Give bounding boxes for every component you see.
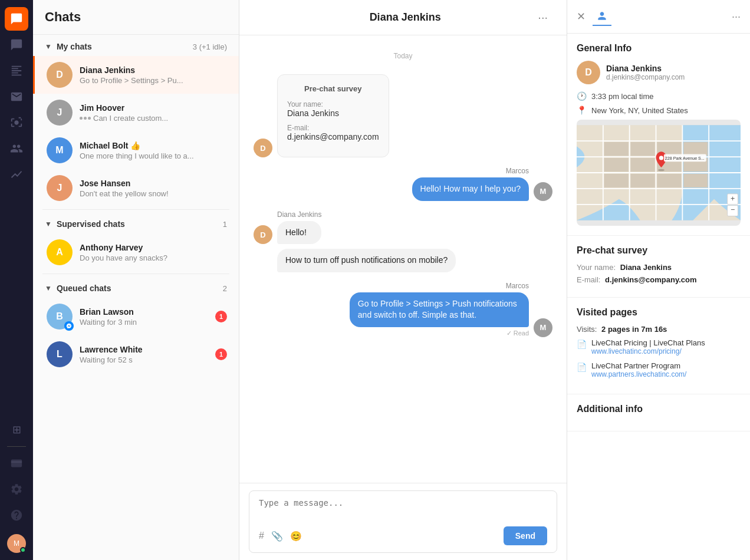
general-info-user: D Diana Jenkins d.jenkins@company.com	[577, 61, 741, 84]
chat-more-button[interactable]: ···	[533, 8, 552, 27]
nav-apps-grid-icon[interactable]: ⊞	[5, 418, 28, 442]
page-item-1: 📄 LiveChat Pricing | LiveChat Plans www.…	[577, 338, 741, 355]
nav-messages-icon[interactable]	[5, 33, 28, 57]
agent-marcos-avatar-2: M	[534, 318, 552, 337]
svg-rect-13	[604, 142, 629, 156]
online-status-dot	[20, 547, 26, 553]
local-time: 3:33 pm local time	[591, 92, 654, 101]
details-user-identity: Diana Jenkins d.jenkins@company.com	[606, 64, 685, 81]
visits-count: Visits: 2 pages in 7m 16s	[577, 325, 741, 334]
chat-input-area: # 📎 😊 Send	[239, 483, 567, 560]
svg-rect-1	[11, 461, 22, 463]
message-agent-hello: M Marcos Hello! How may I help you?	[254, 167, 552, 201]
agent-marcos-avatar-1: M	[534, 182, 552, 201]
send-button[interactable]: Send	[504, 526, 547, 545]
svg-rect-14	[604, 158, 629, 172]
nav-inbox-icon[interactable]	[5, 85, 28, 108]
page-title-2: LiveChat Partner Program	[591, 361, 686, 370]
jim-name: Jim Hoover	[80, 103, 227, 113]
user-avatar[interactable]: M	[7, 534, 26, 553]
svg-text:228 Park Avenue S...: 228 Park Avenue S...	[665, 156, 705, 161]
visited-pages-title: Visited pages	[577, 307, 741, 318]
message-input[interactable]	[259, 498, 547, 522]
user-hello-bubble: Hello!	[277, 221, 321, 245]
chat-item-lawrence[interactable]: L Lawrence White Waiting for 52 s 1	[33, 335, 239, 373]
chat-item-diana[interactable]: D Diana Jenkins Go to Profile > Settings…	[33, 56, 239, 94]
survey-name-row: Your name: Diana Jenkins	[577, 263, 741, 272]
hashtag-icon[interactable]: #	[259, 531, 264, 542]
chats-title: Chats	[45, 9, 81, 24]
divider-1	[42, 209, 229, 210]
page-icon-1: 📄	[577, 340, 587, 349]
location-row: 📍 New York, NY, United States	[577, 106, 741, 115]
nav-billing-icon[interactable]	[5, 452, 28, 475]
page-icon-2: 📄	[577, 363, 587, 372]
map-container[interactable]: 228 Park Avenue S... + −	[577, 120, 741, 226]
chat-messages: Today D Pre-chat survey Your name: Diana…	[239, 35, 567, 483]
user-hello-content: Diana Jenkins Hello!	[277, 210, 321, 245]
location-text: New York, NY, United States	[591, 106, 688, 115]
diana-name: Diana Jenkins	[80, 65, 227, 75]
chat-item-jose[interactable]: J Jose Hansen Don't eat the yellow snow!	[33, 169, 239, 207]
diana-info: Diana Jenkins Go to Profile > Settings >…	[80, 65, 227, 85]
user-notifications-content: How to turn off push notifications on mo…	[277, 249, 456, 272]
message-user-notifications: How to turn off push notifications on mo…	[254, 249, 552, 272]
agent-instructions-content: Marcos Go to Profile > Settings > Push n…	[350, 282, 529, 337]
agent-name-2: Marcos	[350, 282, 529, 290]
details-user-name: Diana Jenkins	[606, 64, 685, 73]
additional-info-section: Additional info	[567, 394, 750, 431]
queued-chats-section-header[interactable]: ▼ Queued chats 2	[33, 276, 239, 298]
svg-rect-22	[630, 174, 654, 187]
nav-team-icon[interactable]	[5, 137, 28, 160]
page-url-2[interactable]: www.partners.livechatinc.com/	[591, 370, 686, 378]
brian-preview: Waiting for 3 min	[80, 318, 215, 327]
page-url-1[interactable]: www.livechatinc.com/pricing/	[591, 347, 705, 355]
close-icon[interactable]: ✕	[577, 10, 585, 23]
supervised-chats-label: Supervised chats	[57, 219, 223, 229]
diana-avatar-msg: D	[254, 225, 272, 244]
message-survey: D Pre-chat survey Your name: Diana Jenki…	[254, 74, 552, 157]
details-more-button[interactable]: ···	[732, 11, 741, 23]
nav-reports-icon[interactable]	[5, 59, 28, 83]
anthony-avatar: A	[47, 239, 73, 265]
date-divider: Today	[254, 52, 552, 60]
lawrence-preview: Waiting for 52 s	[80, 355, 215, 364]
brian-badge: 1	[215, 311, 227, 322]
nav-integrations-icon[interactable]	[5, 111, 28, 134]
svg-text:−: −	[731, 206, 735, 214]
messenger-badge	[64, 321, 74, 331]
brian-info: Brian Lawson Waiting for 3 min	[80, 307, 215, 327]
nav-settings-icon[interactable]	[5, 477, 28, 501]
chat-item-anthony[interactable]: A Anthony Harvey Do you have any snacks?	[33, 233, 239, 271]
divider-2	[42, 274, 229, 274]
input-tools: # 📎 😊	[259, 531, 302, 542]
nav-analytics-icon[interactable]	[5, 163, 28, 186]
michael-info: Michael Bolt 👍 One more thing I would li…	[80, 141, 227, 160]
person-tab-icon[interactable]	[593, 7, 611, 26]
my-chats-section-header[interactable]: ▼ My chats 3 (+1 idle)	[33, 35, 239, 56]
anthony-info: Anthony Harvey Do you have any snacks?	[80, 243, 227, 262]
user-messages-group: D Diana Jenkins Hello! How to turn off p…	[254, 210, 552, 272]
brian-name: Brian Lawson	[80, 307, 215, 317]
my-chats-chevron: ▼	[45, 42, 52, 51]
lawrence-info: Lawrence White Waiting for 52 s	[80, 345, 215, 364]
pre-chat-survey-bubble: Pre-chat survey Your name: Diana Jenkins…	[277, 74, 389, 157]
attachment-icon[interactable]: 📎	[271, 531, 283, 542]
agent-hello-content: Marcos Hello! How may I help you?	[412, 167, 529, 201]
nav-help-icon[interactable]	[5, 503, 28, 527]
my-chats-count: 3 (+1 idle)	[193, 42, 227, 51]
chat-item-jim[interactable]: J Jim Hoover Can I create custom...	[33, 94, 239, 131]
emoji-icon[interactable]: 😊	[290, 531, 302, 542]
page-title-1: LiveChat Pricing | LiveChat Plans	[591, 338, 705, 347]
chat-item-brian[interactable]: B Brian Lawson Waiting for 3 min 1	[33, 298, 239, 335]
anthony-name: Anthony Harvey	[80, 243, 227, 252]
chat-list-panel: Chats ▼ My chats 3 (+1 idle) D Diana Jen…	[33, 0, 239, 560]
svg-rect-24	[683, 174, 708, 187]
jose-name: Jose Hansen	[80, 179, 227, 188]
survey-email-field: E-mail: d.jenkins@company.com	[287, 124, 379, 141]
chat-item-michael[interactable]: M Michael Bolt 👍 One more thing I would …	[33, 131, 239, 169]
visited-pages-section: Visited pages Visits: 2 pages in 7m 16s …	[567, 298, 750, 394]
survey-title: Pre-chat survey	[287, 84, 379, 93]
supervised-chats-section-header[interactable]: ▼ Supervised chats 1	[33, 212, 239, 233]
nav-chat-icon[interactable]	[5, 7, 28, 31]
